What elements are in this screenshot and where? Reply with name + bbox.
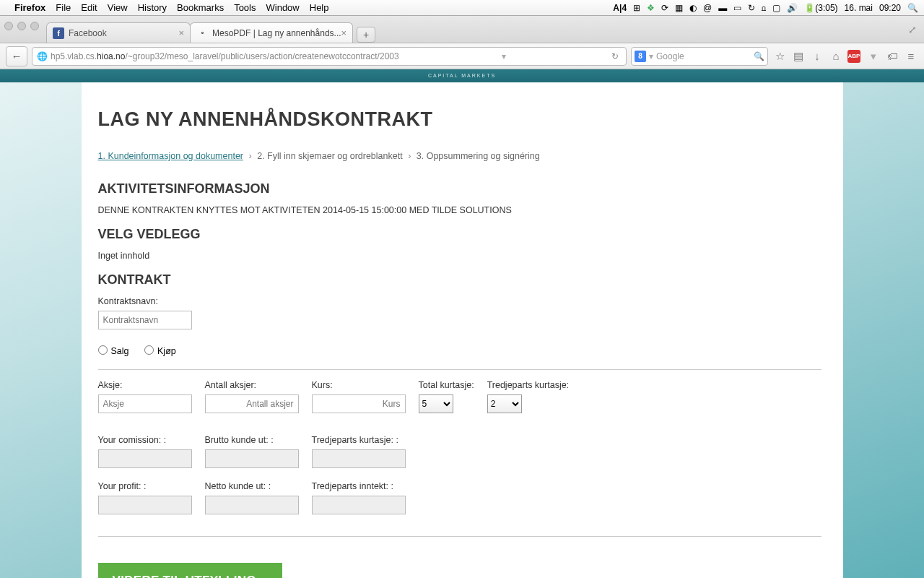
page-viewport: CAPITAL MARKETS LAG NY ANNENHÅNDSKONTRAK… bbox=[0, 69, 924, 578]
dropdown-icon[interactable]: ▾ bbox=[502, 51, 506, 61]
contract-name-input[interactable] bbox=[98, 311, 192, 329]
tredjeparts-kurtasje-label: Tredjeparts kurtasje: bbox=[487, 380, 569, 390]
page-title: LAG NY ANNENHÅNDSKONTRAKT bbox=[98, 108, 821, 131]
menu-bookmarks[interactable]: Bookmarks bbox=[177, 2, 224, 13]
home-icon[interactable]: ⌂ bbox=[829, 50, 843, 62]
breadcrumb-step-3: 3. Oppsummering og signéring bbox=[417, 151, 540, 161]
tab-label: Facebook bbox=[69, 28, 107, 38]
search-icon[interactable]: 🔍 bbox=[754, 51, 764, 61]
your-commission-label: Your comission: : bbox=[98, 435, 192, 445]
tab-mesopdf[interactable]: ∘ MesoPDF | Lag ny annenhånds... × bbox=[190, 22, 353, 43]
tab-close-icon[interactable]: × bbox=[341, 27, 347, 38]
contract-name-label: Kontraktsnavn: bbox=[98, 296, 821, 306]
dropdown-icon[interactable]: ▾ bbox=[866, 50, 881, 63]
tredjeparts-inntekt-output bbox=[312, 496, 406, 514]
menu-edit[interactable]: Edit bbox=[81, 2, 97, 13]
radio-kjop[interactable]: Kjøp bbox=[144, 346, 176, 356]
menu-file[interactable]: File bbox=[56, 2, 71, 13]
reading-list-icon[interactable]: ▤ bbox=[791, 50, 806, 63]
antall-label: Antall aksjer: bbox=[205, 380, 299, 390]
bookmark-star-icon[interactable]: ☆ bbox=[772, 50, 787, 63]
menu-view[interactable]: View bbox=[108, 2, 128, 13]
url-bar[interactable]: 🌐 hp5.vlab.cs.hioa.no/~group32/meso_lara… bbox=[32, 47, 627, 66]
facebook-favicon-icon: f bbox=[53, 27, 64, 39]
tredjeparts-inntekt-label: Tredjeparts inntekt: : bbox=[312, 481, 406, 491]
radio-kjop-input[interactable] bbox=[144, 345, 154, 355]
google-icon: 8 bbox=[635, 51, 646, 62]
chevron-right-icon: › bbox=[249, 151, 252, 161]
volume-icon[interactable]: 🔊 bbox=[787, 3, 798, 13]
clock-menu-icon[interactable]: ◐ bbox=[689, 3, 697, 13]
kurs-input[interactable] bbox=[312, 394, 406, 413]
timemachine-icon[interactable]: ↻ bbox=[748, 3, 755, 13]
brutto-label: Brutto kunde ut: : bbox=[205, 435, 299, 445]
section-contract-heading: KONTRAKT bbox=[98, 272, 821, 288]
search-placeholder: Google bbox=[656, 51, 684, 61]
aksje-label: Aksje: bbox=[98, 380, 192, 390]
antall-input[interactable] bbox=[205, 394, 299, 413]
aksje-input[interactable] bbox=[98, 394, 192, 413]
your-profit-output bbox=[98, 496, 192, 514]
netto-output bbox=[205, 496, 299, 514]
reload-icon[interactable]: ↻ bbox=[609, 51, 622, 61]
app-name[interactable]: Firefox bbox=[14, 2, 45, 13]
battery-menu-icon[interactable]: ▬ bbox=[718, 3, 727, 13]
tredjeparts-kurtasje-out-label: Tredjeparts kurtasje: : bbox=[312, 435, 406, 445]
downloads-icon[interactable]: ↓ bbox=[810, 50, 824, 62]
tab-label: MesoPDF | Lag ny annenhånds... bbox=[212, 28, 341, 38]
at-icon[interactable]: @ bbox=[703, 3, 712, 13]
transaction-type-radios: Salg Kjøp bbox=[98, 345, 821, 356]
search-box[interactable]: 8 ▾ Google 🔍 bbox=[631, 47, 768, 66]
activity-info-text: DENNE KONTRAKTEN KNYTTES MOT AKTIVITETEN… bbox=[98, 205, 821, 215]
window-controls[interactable] bbox=[4, 22, 39, 30]
mac-menu-bar: Firefox File Edit View History Bookmarks… bbox=[0, 0, 924, 16]
menu-time[interactable]: 09:20 bbox=[879, 3, 901, 13]
tredjeparts-kurtasje-select[interactable]: 2 bbox=[487, 394, 522, 413]
breadcrumb-step-1[interactable]: 1. Kundeinformasjon og dokumenter bbox=[98, 151, 244, 161]
url-pre: hp5.vlab.cs. bbox=[51, 51, 97, 61]
next-button[interactable]: VIDERE TIL UTFYLLING › bbox=[98, 563, 283, 578]
tag-icon[interactable]: 🏷 bbox=[885, 50, 899, 62]
wifi-icon[interactable]: ⩍ bbox=[762, 3, 766, 13]
adobe-icon[interactable]: A| 4 bbox=[613, 3, 627, 13]
menu-window[interactable]: Window bbox=[266, 2, 300, 13]
page-favicon-icon: ∘ bbox=[196, 27, 208, 39]
fullscreen-icon[interactable]: ⤢ bbox=[908, 24, 920, 35]
spotlight-icon[interactable]: 🔍 bbox=[907, 3, 918, 13]
display-icon[interactable]: ▭ bbox=[733, 3, 741, 13]
your-commission-output bbox=[98, 449, 192, 468]
url-path: /~group32/meso_laravel/public/users/acti… bbox=[125, 51, 398, 61]
menu-tools[interactable]: Tools bbox=[234, 2, 256, 13]
zoom-window-icon[interactable] bbox=[30, 22, 39, 30]
radio-salg-input[interactable] bbox=[98, 345, 108, 355]
minimize-window-icon[interactable] bbox=[17, 22, 26, 30]
section-activity-heading: AKTIVITETSINFORMASJON bbox=[98, 181, 821, 197]
battery-status[interactable]: 🔋 (3:05) bbox=[804, 3, 837, 13]
close-window-icon[interactable] bbox=[4, 22, 13, 30]
netto-label: Netto kunde ut: : bbox=[205, 481, 299, 491]
tredjeparts-kurtasje-output bbox=[312, 449, 406, 468]
menu-help[interactable]: Help bbox=[310, 2, 329, 13]
total-kurtasje-label: Total kurtasje: bbox=[419, 380, 474, 390]
next-button-label: VIDERE TIL UTFYLLING bbox=[113, 574, 256, 579]
menu-date[interactable]: 16. mai bbox=[845, 3, 873, 13]
tab-close-icon[interactable]: × bbox=[178, 27, 184, 38]
menu-history[interactable]: History bbox=[138, 2, 167, 13]
globe-icon: 🌐 bbox=[37, 51, 48, 61]
new-tab-button[interactable]: + bbox=[357, 27, 375, 43]
back-button[interactable]: ← bbox=[6, 46, 27, 66]
menu-icon[interactable]: ≡ bbox=[904, 50, 918, 62]
dropbox-icon[interactable]: ❖ bbox=[647, 3, 655, 13]
sync-icon[interactable]: ⟳ bbox=[661, 3, 668, 13]
airplay-icon[interactable]: ▢ bbox=[772, 3, 780, 13]
bluetooth-icon[interactable]: ⊞ bbox=[633, 3, 640, 13]
browser-tab-bar: f Facebook × ∘ MesoPDF | Lag ny annenhån… bbox=[0, 16, 924, 43]
kurs-label: Kurs: bbox=[312, 380, 406, 390]
chevron-right-icon: › bbox=[263, 573, 268, 578]
divider bbox=[98, 536, 821, 537]
abp-icon[interactable]: ABP bbox=[847, 50, 862, 63]
tab-facebook[interactable]: f Facebook × bbox=[46, 22, 191, 43]
total-kurtasje-select[interactable]: 5 bbox=[419, 394, 453, 413]
grid-icon[interactable]: ▦ bbox=[675, 3, 683, 13]
radio-salg[interactable]: Salg bbox=[98, 346, 129, 356]
